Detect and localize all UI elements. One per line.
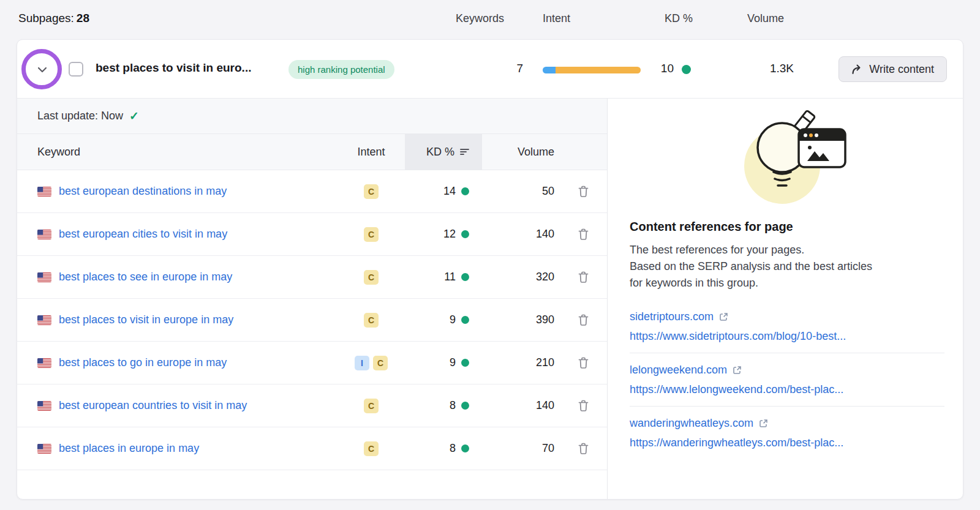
kd-status-dot xyxy=(461,273,469,281)
intent-badge-c: C xyxy=(364,184,379,199)
reference-domain-link[interactable]: lelongweekend.com xyxy=(630,364,742,377)
trash-icon xyxy=(578,314,589,326)
volume-value: 140 xyxy=(482,228,559,241)
subpages-count: Subpages:28 xyxy=(18,12,89,25)
header-kd-label: KD % xyxy=(426,146,454,159)
keyword-link[interactable]: best places to see in europe in may xyxy=(59,271,232,283)
kd-status-dot xyxy=(682,65,691,74)
trash-icon xyxy=(578,186,589,197)
keyword-link[interactable]: best places in europe in may xyxy=(59,442,199,455)
kd-cell: 8 xyxy=(405,399,482,412)
keyword-row: best european countries to visit in may … xyxy=(17,384,607,427)
us-flag-icon xyxy=(37,358,51,368)
last-update-row: Last update: Now ✓ xyxy=(17,99,607,133)
keyword-row: best european destinations in may C 14 5… xyxy=(17,170,607,213)
reference-url-link[interactable]: https://www.lelongweekend.com/best-plac.… xyxy=(630,383,944,396)
trash-icon xyxy=(578,228,589,240)
reference-item: sidetriptours.com https://www.sidetripto… xyxy=(630,300,944,353)
external-link-icon xyxy=(733,366,742,375)
delete-keyword-button[interactable] xyxy=(576,312,591,328)
write-content-button[interactable]: Write content xyxy=(839,56,947,82)
delete-keyword-button[interactable] xyxy=(576,226,591,242)
kd-status-dot xyxy=(461,359,469,367)
intent-cell: C xyxy=(337,227,405,242)
delete-keyword-button[interactable] xyxy=(576,354,591,371)
column-header-intent: Intent xyxy=(543,12,570,25)
keyword-link[interactable]: best european cities to visit in may xyxy=(59,228,227,241)
volume-value: 140 xyxy=(482,399,559,412)
write-content-label: Write content xyxy=(869,63,934,76)
collapse-row-button[interactable] xyxy=(36,63,49,77)
intent-badge-c: C xyxy=(364,441,379,456)
keywords-table: Last update: Now ✓ Keyword Intent KD % V… xyxy=(17,99,607,500)
keyword-link[interactable]: best places to go in europe in may xyxy=(59,356,227,369)
chevron-down-icon xyxy=(36,63,49,77)
bar-segment xyxy=(556,67,641,73)
kd-status-dot xyxy=(461,316,469,324)
kd-value: 12 xyxy=(443,228,456,241)
kd-value: 14 xyxy=(443,185,456,198)
volume-value: 210 xyxy=(482,356,559,369)
delete-keyword-button[interactable] xyxy=(576,269,591,285)
kd-status-dot xyxy=(461,402,469,410)
reference-url-link[interactable]: https://wanderingwheatleys.com/best-plac… xyxy=(630,437,944,449)
subpage-card: best places to visit in euro... high ran… xyxy=(17,39,963,500)
select-page-checkbox[interactable] xyxy=(69,62,83,77)
kd-value: 9 xyxy=(450,313,456,326)
column-header-volume: Volume xyxy=(747,12,784,25)
column-header-kd: KD % xyxy=(665,12,693,25)
keyword-strategy-page: Subpages:28 Keywords Intent KD % Volume … xyxy=(0,0,980,510)
list-header: Subpages:28 Keywords Intent KD % Volume xyxy=(0,0,980,38)
reference-url-link[interactable]: https://www.sidetriptours.com/blog/10-be… xyxy=(630,330,944,343)
references-title: Content references for page xyxy=(630,220,944,234)
header-volume: Volume xyxy=(482,146,559,159)
delete-keyword-button[interactable] xyxy=(576,183,591,200)
header-intent: Intent xyxy=(337,146,405,159)
keyword-link[interactable]: best places to visit in europe in may xyxy=(59,313,233,326)
keyword-rows: best european destinations in may C 14 5… xyxy=(17,170,607,470)
keyword-row: best places to visit in europe in may C … xyxy=(17,299,607,342)
delete-keyword-button[interactable] xyxy=(576,397,591,414)
kd-cell: 14 xyxy=(405,185,482,198)
page-keywords-count: 7 xyxy=(489,62,523,75)
reference-domain-link[interactable]: sidetriptours.com xyxy=(630,310,728,323)
kd-value: 11 xyxy=(444,271,456,283)
us-flag-icon xyxy=(37,187,51,197)
page-title: best places to visit in euro... xyxy=(96,61,251,75)
reference-item: lelongweekend.com https://www.lelongweek… xyxy=(630,353,944,406)
us-flag-icon xyxy=(37,272,51,282)
intent-badge-c: C xyxy=(364,227,379,242)
intent-badge-c: C xyxy=(364,270,379,285)
content-references-illustration xyxy=(723,107,851,212)
kd-cell: 9 xyxy=(405,313,482,326)
ranking-potential-badge: high ranking potential xyxy=(288,60,394,79)
references-list: sidetriptours.com https://www.sidetripto… xyxy=(630,300,944,459)
reference-domain-label: wanderingwheatleys.com xyxy=(630,417,753,430)
subpages-label: Subpages: xyxy=(18,12,74,24)
content-references-panel: Content references for page The best ref… xyxy=(607,99,963,500)
us-flag xyxy=(37,444,51,454)
keyword-row: best places in europe in may C 8 70 xyxy=(17,427,607,470)
kd-value: 8 xyxy=(450,442,456,455)
table-header-row: Keyword Intent KD % Volume xyxy=(17,133,607,170)
trash-icon xyxy=(578,271,589,283)
keyword-row: best places to go in europe in may IC 9 … xyxy=(17,342,607,384)
us-flag-icon xyxy=(37,444,51,454)
us-flag xyxy=(37,230,51,239)
volume-value: 50 xyxy=(482,185,559,198)
reference-domain-link[interactable]: wanderingwheatleys.com xyxy=(630,417,768,430)
intent-badge-i: I xyxy=(355,356,369,370)
keyword-row: best european cities to visit in may C 1… xyxy=(17,213,607,256)
sort-descending-icon xyxy=(460,148,469,156)
kd-status-dot xyxy=(461,187,469,195)
intent-cell: IC xyxy=(337,356,405,370)
header-kd-sort[interactable]: KD % xyxy=(405,134,482,170)
keyword-link[interactable]: best european destinations in may xyxy=(59,185,227,198)
trash-icon xyxy=(578,443,589,454)
intent-distribution-bar xyxy=(543,67,641,73)
references-description: The best references for your pages. Base… xyxy=(630,242,881,291)
page-volume: 1.3K xyxy=(752,62,794,75)
delete-keyword-button[interactable] xyxy=(576,440,591,457)
keyword-link[interactable]: best european countries to visit in may xyxy=(59,399,247,412)
intent-badge-c: C xyxy=(364,399,379,413)
